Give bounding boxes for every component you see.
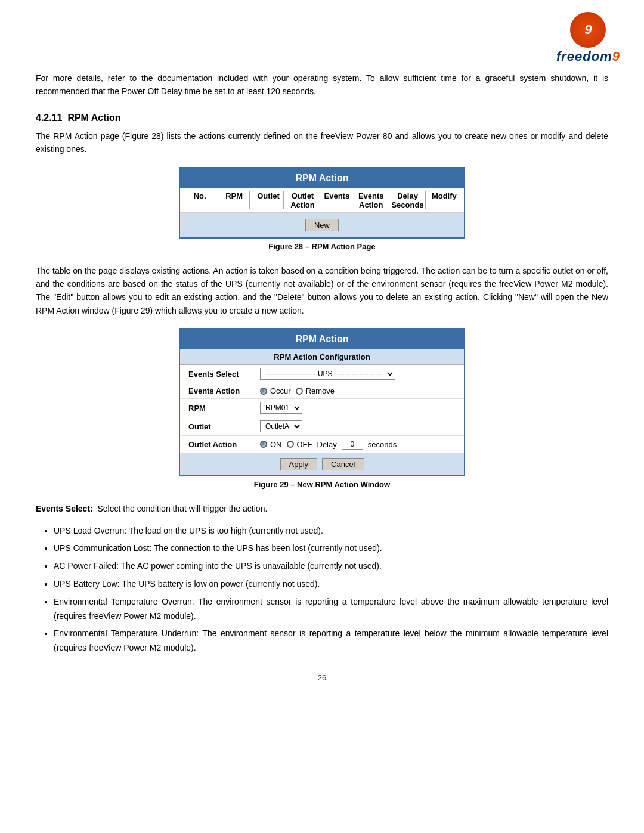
remove-radio-empty: [296, 388, 303, 395]
outlet-action-row: Outlet Action ON OFF Delay seconds: [180, 436, 464, 453]
occur-radio-selected: [260, 388, 267, 395]
col-outlet: Outlet: [253, 191, 284, 209]
remove-radio-label[interactable]: Remove: [296, 386, 335, 395]
bullet-section: UPS Load Overrun: The load on the UPS is…: [36, 524, 608, 655]
list-item: UPS Battery Low: The UPS battery is low …: [54, 577, 608, 592]
off-radio-empty: [287, 441, 294, 448]
rpm-value: RPM01: [260, 402, 456, 414]
events-action-value: Occur Remove: [260, 386, 456, 395]
list-item: Environmental Temperature Overrun: The e…: [54, 595, 608, 624]
config-buttons: Apply Cancel: [180, 453, 464, 475]
figure29-caption: Figure 29 – New RPM Action Window: [254, 480, 390, 489]
col-rpm: RPM: [219, 191, 249, 209]
figure29-subtitle: RPM Action Configuration: [180, 349, 464, 365]
events-select-row: Events Select ----------------------UPS-…: [180, 365, 464, 383]
events-select-bold: Events Select:: [36, 504, 93, 513]
col-events-action: Events Action: [356, 191, 386, 209]
seconds-label: seconds: [368, 440, 397, 449]
off-radio-label[interactable]: OFF: [287, 440, 312, 449]
logo-nine: 9: [612, 49, 620, 64]
col-no: No.: [185, 191, 215, 209]
list-item: UPS Communication Lost: The connection t…: [54, 541, 608, 556]
logo-area: 9 freedom9: [556, 12, 620, 64]
outlet-action-value: ON OFF Delay seconds: [260, 439, 456, 450]
cancel-button[interactable]: Cancel: [322, 458, 364, 470]
col-outlet-action: Outlet Action: [287, 191, 318, 209]
events-select-label: Events Select: [188, 370, 260, 379]
outlet-label: Outlet: [188, 422, 260, 431]
outlet-value: OutletA: [260, 420, 456, 432]
figure28-title: RPM Action: [180, 168, 464, 188]
outlet-row: Outlet OutletA: [180, 417, 464, 436]
logo-icon: 9: [570, 12, 606, 48]
events-action-row: Events Action Occur Remove: [180, 383, 464, 399]
intro-paragraph: For more details, refer to the documenta…: [36, 73, 608, 96]
on-radio-selected: [260, 441, 267, 448]
figure28-caption: Figure 28 – RPM Action Page: [268, 242, 375, 251]
section-body1: The RPM Action page (Figure 28) lists th…: [36, 129, 608, 156]
delay-label: Delay: [317, 440, 337, 449]
figure29-title: RPM Action: [180, 329, 464, 349]
outlet-action-label: Outlet Action: [188, 440, 260, 449]
page-number: 26: [36, 673, 608, 682]
figure29-box: RPM Action RPM Action Configuration Even…: [179, 328, 465, 476]
section-number: 4.2.11: [36, 113, 62, 123]
figure28-container: RPM Action No. RPM Outlet Outlet Action …: [36, 167, 608, 261]
on-text: ON: [270, 440, 282, 449]
outlet-dropdown[interactable]: OutletA: [260, 420, 302, 432]
figure29-container: RPM Action RPM Action Configuration Even…: [36, 328, 608, 498]
rpm-label: RPM: [188, 404, 260, 413]
figure28-table: RPM Action No. RPM Outlet Outlet Action …: [179, 167, 465, 239]
intro-text: For more details, refer to the documenta…: [36, 72, 608, 98]
events-select-value: ----------------------UPS---------------…: [260, 368, 456, 380]
col-delay: Delay Seconds: [390, 191, 425, 209]
figure28-body: New: [180, 213, 464, 237]
col-events: Events: [322, 191, 352, 209]
section-heading: RPM Action: [67, 113, 120, 123]
events-select-dropdown[interactable]: ----------------------UPS---------------…: [260, 368, 395, 380]
rpm-dropdown[interactable]: RPM01: [260, 402, 302, 414]
logo-brand: freedom: [556, 49, 612, 64]
occur-radio-label[interactable]: Occur: [260, 386, 291, 395]
events-select-description: Select the condition that will trigger t…: [98, 504, 268, 513]
col-modify: Modify: [429, 191, 459, 209]
figure28-columns: No. RPM Outlet Outlet Action Events Even…: [180, 188, 464, 213]
logo-text: freedom9: [556, 49, 620, 64]
list-item: UPS Load Overrun: The load on the UPS is…: [54, 524, 608, 538]
new-button[interactable]: New: [305, 219, 339, 231]
occur-text: Occur: [270, 386, 291, 395]
list-item: AC Power Failed: The AC power coming int…: [54, 559, 608, 574]
events-action-label: Events Action: [188, 386, 260, 395]
delay-input[interactable]: [342, 439, 363, 450]
bullet-list: UPS Load Overrun: The load on the UPS is…: [54, 524, 608, 655]
section-body2: The table on the page displays existing …: [36, 264, 608, 318]
list-item: Environmental Temperature Underrun: The …: [54, 627, 608, 655]
on-radio-label[interactable]: ON: [260, 440, 282, 449]
apply-button[interactable]: Apply: [280, 458, 318, 470]
events-select-desc: Events Select: Select the condition that…: [36, 502, 608, 515]
remove-text: Remove: [306, 386, 335, 395]
off-text: OFF: [297, 440, 312, 449]
section-title: 4.2.11 RPM Action: [36, 113, 608, 123]
rpm-row: RPM RPM01: [180, 399, 464, 417]
